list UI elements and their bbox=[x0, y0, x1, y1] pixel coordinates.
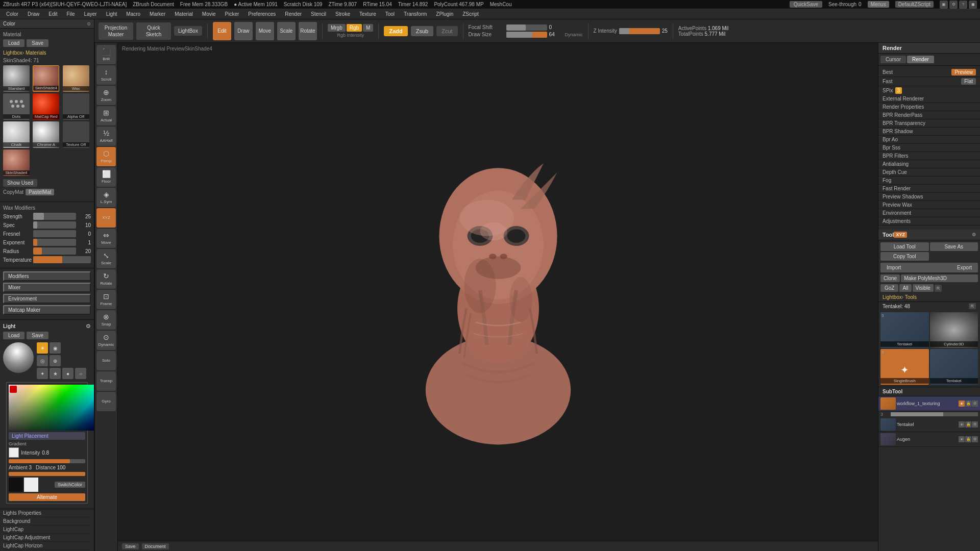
default-script-button[interactable]: DefaultZScript bbox=[895, 1, 934, 8]
render-properties-label[interactable]: Render Properties bbox=[883, 104, 924, 110]
bpr-ssa-label[interactable]: Bpr Sss bbox=[883, 145, 900, 151]
menu-transform[interactable]: Transform bbox=[400, 10, 431, 18]
light-icon-alt3[interactable]: ⊕ bbox=[50, 355, 61, 366]
menu-texture[interactable]: Texture bbox=[355, 10, 380, 18]
temperature-slider[interactable] bbox=[33, 256, 91, 263]
intensity-slider-track[interactable] bbox=[9, 459, 85, 463]
prop-lightcap[interactable]: LightCap bbox=[3, 525, 91, 534]
canvas-area[interactable]: Rendering Material PreviewSkinShade4 bbox=[118, 43, 878, 551]
mat-thumb-texture-off[interactable]: Texture Off bbox=[63, 121, 89, 148]
fast-label[interactable]: Fast bbox=[883, 79, 892, 84]
show-used-button[interactable]: Show Used bbox=[3, 179, 37, 187]
tool-thumb-tentakel[interactable]: 3 Tentakel bbox=[880, 312, 929, 348]
mat-thumb-skinshade4[interactable]: SkinShade4 bbox=[33, 65, 59, 92]
fresnel-slider[interactable] bbox=[33, 230, 76, 237]
mat-thumb-matcap-red[interactable]: MatCap Red bbox=[33, 93, 59, 120]
menu-layer[interactable]: Layer bbox=[80, 10, 101, 18]
subtool-tentakel-lock[interactable]: 🔒 bbox=[965, 421, 971, 428]
tool-thumb-tentakel2[interactable]: Tentakel bbox=[930, 349, 978, 385]
menu-zplugin[interactable]: ZPlugin bbox=[432, 10, 457, 18]
subtool-augen-gear[interactable]: ⚙ bbox=[972, 436, 978, 442]
draw-size-slider[interactable] bbox=[506, 32, 547, 38]
prop-lights-properties[interactable]: Lights Properties bbox=[3, 509, 91, 517]
environment-label[interactable]: Environment bbox=[883, 210, 911, 216]
subtool-item-workflow[interactable]: workflow_1_texturing 👁 🔒 ⚙ bbox=[878, 396, 980, 411]
goz-button[interactable]: GoZ bbox=[880, 284, 898, 292]
subtool-augen-eye[interactable]: 👁 bbox=[959, 436, 965, 442]
light-load-button[interactable]: Load bbox=[3, 332, 24, 339]
menu-render[interactable]: Render bbox=[281, 10, 306, 18]
mat-thumb-chrome[interactable]: Chrome A bbox=[33, 121, 59, 148]
side-dynamic-button[interactable]: ⊙ Dynamic bbox=[96, 331, 116, 350]
side-brill-button[interactable]: ⬛ Brill bbox=[96, 45, 116, 64]
mat-thumb-standard[interactable]: Standard bbox=[3, 65, 30, 92]
color-section-header[interactable]: Color ⚙ bbox=[0, 19, 94, 29]
preview-shadows-label[interactable]: Preview Shadows bbox=[883, 194, 923, 199]
adjustments-label[interactable]: Adjustments bbox=[883, 218, 911, 224]
m-button[interactable]: M bbox=[363, 24, 373, 32]
subtool-gear-icon-sub[interactable]: ⚙ bbox=[972, 400, 978, 407]
menu-tool[interactable]: Tool bbox=[381, 10, 399, 18]
light-icon-dot[interactable]: ● bbox=[62, 368, 74, 379]
menus-button[interactable]: Menus bbox=[868, 1, 889, 8]
menu-preferences[interactable]: Preferences bbox=[244, 10, 280, 18]
preview-wax-label[interactable]: Preview Wax bbox=[883, 202, 912, 208]
subtool-tentakel-gear[interactable]: ⚙ bbox=[972, 421, 978, 428]
save-as-button[interactable]: Save As bbox=[930, 242, 978, 251]
quicksave-button[interactable]: QuickSave bbox=[790, 1, 822, 8]
side-xyz-button[interactable]: XYZ bbox=[96, 208, 116, 228]
mat-thumb-alpha-off[interactable]: Alpha Off bbox=[63, 93, 89, 120]
color-gear-icon[interactable]: ⚙ bbox=[87, 21, 91, 27]
depth-cue-label[interactable]: Depth Cue bbox=[883, 169, 907, 175]
load-tool-button[interactable]: Load Tool bbox=[880, 242, 929, 251]
render-tab-render[interactable]: Render bbox=[907, 56, 934, 63]
side-actual-button[interactable]: ⊞ Actual bbox=[96, 106, 116, 126]
side-move-button[interactable]: ⇔ Move bbox=[96, 229, 116, 248]
environment-button[interactable]: Environment bbox=[3, 294, 91, 304]
material-save-button[interactable]: Save bbox=[27, 39, 48, 47]
light-icon-sparkle[interactable]: ✦ bbox=[37, 368, 48, 379]
bpr-ao-label[interactable]: Bpr Ao bbox=[883, 137, 898, 142]
lightbox-button[interactable]: LightBox bbox=[174, 26, 202, 36]
make-polymesh-button[interactable]: Make PolyMesh3D bbox=[901, 274, 978, 282]
material-load-button[interactable]: Load bbox=[3, 39, 24, 47]
external-renderer-label[interactable]: External Renderer bbox=[883, 96, 924, 102]
side-transp-button[interactable]: Transp bbox=[96, 371, 116, 391]
menu-edit[interactable]: Edit bbox=[44, 10, 61, 18]
exponent-slider[interactable] bbox=[33, 239, 76, 246]
top-icon-2[interactable]: ⚙ bbox=[949, 1, 958, 9]
menu-marker[interactable]: Marker bbox=[145, 10, 169, 18]
copy-tool-button[interactable]: Copy Tool bbox=[880, 252, 929, 261]
lightbox-materials-label[interactable]: Lightbox› Materials bbox=[3, 50, 91, 56]
workflow-slider[interactable] bbox=[891, 412, 978, 416]
light-icon-ring[interactable]: ○ bbox=[75, 368, 86, 379]
render-tab-cursor[interactable]: Cursor bbox=[880, 56, 906, 63]
projection-master-button[interactable]: ProjectionMaster bbox=[99, 22, 133, 40]
menu-macro[interactable]: Macro bbox=[122, 10, 144, 18]
canvas-save-button[interactable]: Save bbox=[122, 543, 139, 549]
subtool-eye-icon[interactable]: 👁 bbox=[959, 400, 965, 407]
mrgb-button[interactable]: Mrgb bbox=[328, 24, 346, 32]
z-intensity-slider[interactable] bbox=[619, 28, 660, 34]
menu-stencil[interactable]: Stencil bbox=[307, 10, 330, 18]
subtool-augen-lock[interactable]: 🔒 bbox=[965, 436, 971, 442]
radius-slider[interactable] bbox=[33, 247, 76, 255]
rgb-button[interactable]: Rgb bbox=[347, 24, 362, 32]
strength-slider[interactable] bbox=[33, 213, 76, 220]
subtool-lock-icon[interactable]: 🔒 bbox=[965, 400, 971, 407]
import-button[interactable]: Import bbox=[885, 264, 903, 271]
tool-settings-icon[interactable]: ⚙ bbox=[972, 232, 976, 237]
top-icon-4[interactable]: ◼ bbox=[969, 1, 977, 9]
spec-slider[interactable] bbox=[33, 221, 76, 229]
clone-button[interactable]: Clone bbox=[880, 274, 900, 282]
move-tool-button[interactable]: Move bbox=[256, 22, 274, 40]
mat-thumb-dots[interactable]: Dots bbox=[3, 93, 30, 120]
export-button[interactable]: Export bbox=[955, 264, 974, 271]
subtool-item-tentakel[interactable]: Tentakel 👁 🔒 ⚙ bbox=[878, 417, 980, 432]
menu-stroke[interactable]: Stroke bbox=[331, 10, 354, 18]
bpr-filters-label[interactable]: BPR Filters bbox=[883, 153, 909, 159]
mat-thumb-wax[interactable]: Wax bbox=[63, 65, 89, 92]
canvas-doc-button[interactable]: Document bbox=[142, 543, 169, 549]
fast-render-label[interactable]: Fast Render bbox=[883, 186, 911, 191]
antialiasing-label[interactable]: Antialiasing bbox=[883, 161, 909, 167]
